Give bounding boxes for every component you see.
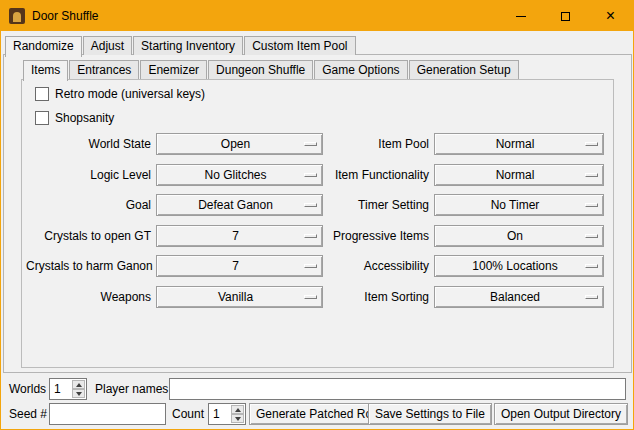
weapons-label: Weapons <box>26 290 156 304</box>
form-row: Crystals to open GT 7 Progressive Items … <box>26 221 604 252</box>
item-functionality-dropdown[interactable]: Normal <box>434 164 604 186</box>
shopsanity-label: Shopsanity <box>55 111 114 125</box>
dropdown-value: On <box>507 229 531 243</box>
dropdown-value: Defeat Ganon <box>198 198 281 212</box>
worlds-spin-up-button[interactable] <box>72 380 85 389</box>
menu-indicator-icon <box>585 264 598 268</box>
dropdown-value: Normal <box>496 137 543 151</box>
door-shuffle-window: Door Shuffle × Randomize Adjust Starting… <box>0 0 634 430</box>
tab-generation-setup[interactable]: Generation Setup <box>409 60 519 79</box>
player-names-input[interactable] <box>169 378 626 400</box>
seed-input[interactable] <box>49 403 166 425</box>
tab-game-options[interactable]: Game Options <box>314 60 407 79</box>
menu-indicator-icon <box>304 295 317 299</box>
retro-mode-row: Retro mode (universal keys) <box>35 86 205 102</box>
menu-indicator-icon <box>304 203 317 207</box>
form-row: Logic Level No Glitches Item Functionali… <box>26 160 604 191</box>
tab-label: Entrances <box>77 63 131 77</box>
accessibility-dropdown[interactable]: 100% Locations <box>434 255 604 277</box>
item-functionality-label: Item Functionality <box>323 168 434 182</box>
count-label: Count <box>172 403 204 425</box>
app-icon[interactable] <box>9 8 25 24</box>
logic-level-dropdown[interactable]: No Glitches <box>156 164 323 186</box>
tab-adjust[interactable]: Adjust <box>83 36 132 55</box>
item-pool-label: Item Pool <box>323 137 434 151</box>
main-tab-bar: Randomize Adjust Starting Inventory Cust… <box>5 34 357 55</box>
timer-setting-dropdown[interactable]: No Timer <box>434 194 604 216</box>
menu-indicator-icon <box>304 142 317 146</box>
retro-mode-checkbox[interactable] <box>35 87 49 101</box>
up-arrow-icon <box>235 408 241 412</box>
down-arrow-icon <box>235 417 241 421</box>
count-spinbox[interactable]: 1 <box>208 403 246 425</box>
form-row: Goal Defeat Ganon Timer Setting No Timer <box>26 190 604 221</box>
window-controls: × <box>498 1 633 31</box>
tab-entrances[interactable]: Entrances <box>69 60 139 79</box>
menu-indicator-icon <box>585 295 598 299</box>
player-names-label: Player names <box>95 378 168 400</box>
count-spin-up-button[interactable] <box>231 405 244 414</box>
progressive-items-dropdown[interactable]: On <box>434 225 604 247</box>
tab-label: Dungeon Shuffle <box>216 63 305 77</box>
shopsanity-row: Shopsanity <box>35 110 114 126</box>
dropdown-value: No Glitches <box>204 168 274 182</box>
menu-indicator-icon <box>304 234 317 238</box>
tab-items[interactable]: Items <box>23 60 68 81</box>
tab-custom-item-pool[interactable]: Custom Item Pool <box>244 36 355 55</box>
titlebar[interactable]: Door Shuffle × <box>1 1 633 31</box>
crystals-open-gt-dropdown[interactable]: 7 <box>156 225 323 247</box>
button-label: Open Output Directory <box>501 407 621 421</box>
button-label: Save Settings to File <box>375 407 485 421</box>
dropdown-value: 7 <box>232 259 247 273</box>
item-sorting-dropdown[interactable]: Balanced <box>434 286 604 308</box>
shopsanity-checkbox[interactable] <box>35 111 49 125</box>
window-title: Door Shuffle <box>32 9 99 23</box>
footer-right-buttons: Save Settings to File Open Output Direct… <box>368 403 628 425</box>
item-sorting-label: Item Sorting <box>323 290 434 304</box>
tab-label: Generation Setup <box>417 63 511 77</box>
world-state-label: World State <box>26 137 156 151</box>
minimize-button[interactable] <box>498 1 543 31</box>
crystals-harm-ganon-dropdown[interactable]: 7 <box>156 255 323 277</box>
open-output-directory-button[interactable]: Open Output Directory <box>494 403 628 425</box>
dropdown-value: No Timer <box>491 198 548 212</box>
spinner-arrows <box>231 405 244 423</box>
close-button[interactable]: × <box>588 1 633 31</box>
goal-dropdown[interactable]: Defeat Ganon <box>156 194 323 216</box>
worlds-spinbox[interactable]: 1 <box>49 378 87 400</box>
weapons-dropdown[interactable]: Vanilla <box>156 286 323 308</box>
timer-setting-label: Timer Setting <box>323 198 434 212</box>
tab-randomize[interactable]: Randomize <box>5 36 82 57</box>
tab-starting-inventory[interactable]: Starting Inventory <box>133 36 243 55</box>
world-state-dropdown[interactable]: Open <box>156 133 323 155</box>
worlds-spin-down-button[interactable] <box>72 389 85 398</box>
tab-label: Adjust <box>91 39 124 53</box>
seed-label: Seed # <box>9 403 47 425</box>
randomize-sub-tab-bar: Items Entrances Enemizer Dungeon Shuffle… <box>23 58 520 79</box>
dropdown-value: Normal <box>496 168 543 182</box>
form-row: Weapons Vanilla Item Sorting Balanced <box>26 282 604 313</box>
menu-indicator-icon <box>585 234 598 238</box>
menu-indicator-icon <box>304 173 317 177</box>
button-label: Generate Patched Rom <box>256 407 382 421</box>
close-icon: × <box>606 8 615 24</box>
minimize-icon <box>516 16 526 17</box>
options-form: World State Open Item Pool Normal Logic … <box>26 129 604 312</box>
dropdown-value: Balanced <box>490 290 548 304</box>
maximize-button[interactable] <box>543 1 588 31</box>
tab-enemizer[interactable]: Enemizer <box>140 60 207 79</box>
progressive-items-label: Progressive Items <box>323 229 434 243</box>
save-settings-button[interactable]: Save Settings to File <box>368 403 492 425</box>
count-spin-down-button[interactable] <box>231 414 244 423</box>
spinner-arrows <box>72 380 85 398</box>
up-arrow-icon <box>76 383 82 387</box>
accessibility-label: Accessibility <box>323 259 434 273</box>
worlds-value: 1 <box>54 382 61 396</box>
maximize-icon <box>561 12 570 21</box>
menu-indicator-icon <box>304 264 317 268</box>
tab-label: Items <box>31 63 60 77</box>
tab-label: Starting Inventory <box>141 39 235 53</box>
dropdown-value: 100% Locations <box>472 259 565 273</box>
item-pool-dropdown[interactable]: Normal <box>434 133 604 155</box>
tab-dungeon-shuffle[interactable]: Dungeon Shuffle <box>208 60 313 79</box>
